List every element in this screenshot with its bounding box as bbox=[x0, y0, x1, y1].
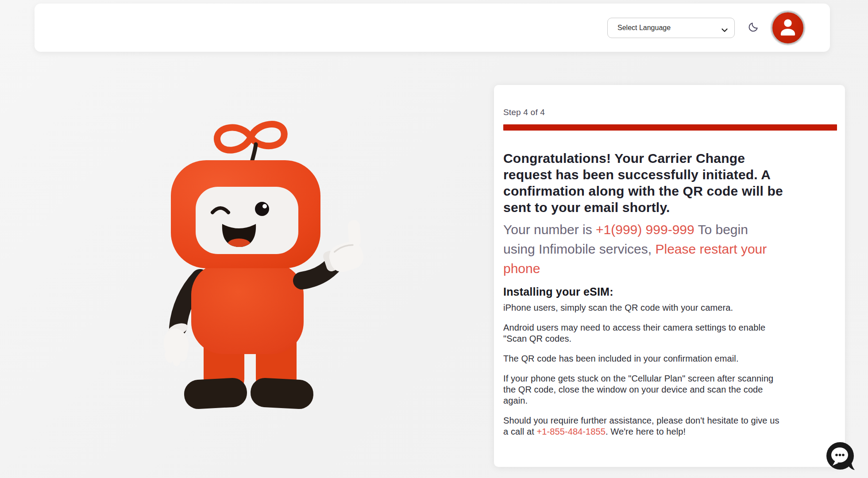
chat-bubble-icon bbox=[825, 467, 856, 474]
instruction-paragraph: iPhone users, simply scan the QR code wi… bbox=[503, 302, 837, 313]
support-paragraph: Should you require further assistance, p… bbox=[503, 415, 837, 437]
dark-mode-toggle[interactable] bbox=[745, 20, 760, 35]
support-phone-link[interactable]: +1-855-484-1855 bbox=[536, 427, 606, 436]
success-heading: Congratulations! Your Carrier Change req… bbox=[503, 150, 837, 216]
support-line2-prefix: a call at bbox=[503, 427, 536, 436]
instruction-paragraph: The QR code has been included in your co… bbox=[503, 353, 837, 364]
page: { "app": { "background": "#f3f3f3" }, "h… bbox=[0, 0, 868, 478]
user-avatar-icon bbox=[778, 17, 798, 39]
number-message-prefix: Your number is bbox=[503, 222, 596, 237]
infinity-antenna bbox=[216, 120, 285, 153]
account-button[interactable] bbox=[771, 11, 805, 45]
instruction-paragraph: Android users may need to access their c… bbox=[503, 322, 837, 344]
language-selector: Select Language bbox=[607, 18, 735, 38]
moon-icon bbox=[747, 21, 759, 35]
esim-section-heading: Installing your eSIM: bbox=[503, 285, 837, 298]
step-indicator: Step 4 of 4 bbox=[503, 108, 837, 117]
phone-number-message: Your number is +1(999) 999-999 To begin … bbox=[503, 220, 778, 278]
carrier-change-success-card: Step 4 of 4 Congratulations! Your Carrie… bbox=[494, 85, 845, 467]
top-navigation-bar: Select Language bbox=[35, 4, 830, 52]
open-eye bbox=[255, 202, 269, 216]
progress-bar bbox=[503, 124, 837, 131]
language-select[interactable]: Select Language bbox=[607, 18, 735, 38]
support-line2-suffix: . We're here to help! bbox=[606, 427, 686, 436]
chat-widget-button[interactable] bbox=[825, 440, 856, 472]
support-line1: Should you require further assistance, p… bbox=[503, 416, 779, 425]
instruction-paragraph: If your phone gets stuck on the "Cellula… bbox=[503, 373, 837, 406]
mascot-image bbox=[162, 114, 370, 415]
assigned-phone-number: +1(999) 999-999 bbox=[596, 222, 694, 237]
